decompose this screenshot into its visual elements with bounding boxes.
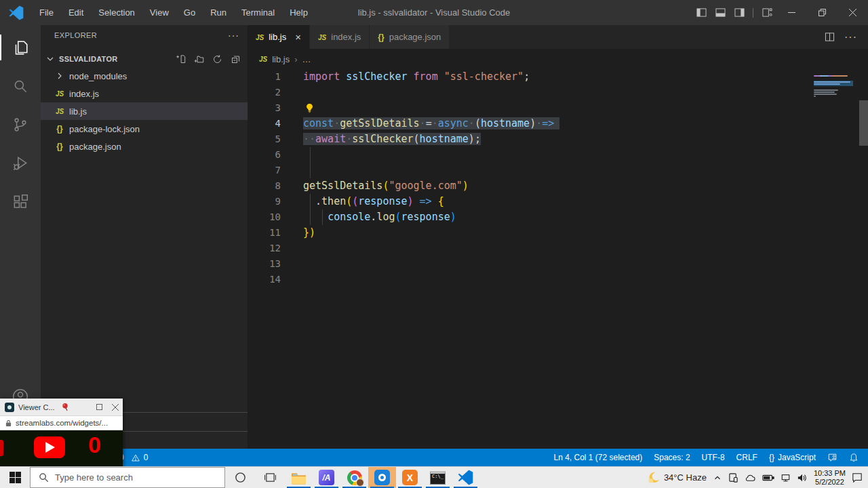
- taskbar-app-app-slash-a[interactable]: /A: [313, 467, 340, 488]
- eol-sequence[interactable]: CRLF: [736, 453, 757, 462]
- file-item-lib.js[interactable]: JSlib.js: [41, 102, 248, 120]
- new-folder-icon[interactable]: [194, 54, 204, 64]
- menu-item-view[interactable]: View: [142, 0, 176, 25]
- code-line-10[interactable]: console.log(response): [303, 209, 868, 225]
- customize-layout-icon[interactable]: [757, 0, 776, 25]
- code-line-1[interactable]: import sslChecker from "ssl-checker";: [303, 69, 868, 85]
- cursor-position[interactable]: Ln 4, Col 1 (72 selected): [553, 453, 642, 462]
- collapse-all-icon[interactable]: [231, 54, 241, 64]
- feedback-icon[interactable]: [827, 453, 837, 462]
- taskbar-app-chrome[interactable]: [340, 467, 368, 488]
- js-icon: JS: [53, 108, 66, 115]
- menu-item-go[interactable]: Go: [176, 0, 203, 25]
- menu-item-terminal[interactable]: Terminal: [234, 0, 282, 25]
- pin-icon[interactable]: [60, 402, 70, 412]
- taskbar-app-file-explorer[interactable]: [285, 467, 313, 488]
- activity-extensions[interactable]: [0, 185, 41, 219]
- lightbulb-icon[interactable]: [304, 103, 315, 113]
- code-line-13[interactable]: [303, 256, 868, 272]
- menu-item-run[interactable]: Run: [203, 0, 234, 25]
- code-line-5[interactable]: ··await·sslChecker(hostname);: [303, 131, 868, 147]
- folder-section-header[interactable]: SSLVALIDATOR: [41, 51, 248, 67]
- code-line-8[interactable]: getSslDetails("google.com"): [303, 178, 868, 194]
- task-view-button[interactable]: [255, 467, 285, 488]
- widget-address-bar[interactable]: streamlabs.com/widgets/...: [0, 415, 123, 430]
- tray-expand-icon[interactable]: [713, 473, 722, 483]
- onedrive-cloud-icon[interactable]: [745, 473, 756, 483]
- close-button[interactable]: [837, 0, 868, 25]
- tab-package.json[interactable]: {}package.json: [370, 25, 450, 49]
- code-line-7[interactable]: [303, 163, 868, 178]
- weather-widget[interactable]: 34°C Haze: [647, 471, 707, 484]
- tab-index.js[interactable]: JSindex.js: [310, 25, 370, 49]
- taskbar-search[interactable]: Type here to search: [30, 467, 225, 488]
- line-number: 9: [248, 194, 281, 209]
- volume-icon[interactable]: [797, 473, 808, 483]
- file-item-package.json[interactable]: {}package.json: [41, 138, 248, 155]
- toggle-secondary-sidebar-icon[interactable]: [730, 0, 749, 25]
- activity-source-control[interactable]: [0, 108, 41, 142]
- menu-item-file[interactable]: File: [32, 0, 61, 25]
- toggle-panel-icon[interactable]: [711, 0, 730, 25]
- file-item-package-lock.json[interactable]: {}package-lock.json: [41, 120, 248, 138]
- encoding[interactable]: UTF-8: [702, 453, 725, 462]
- activity-explorer[interactable]: [0, 30, 41, 64]
- clock[interactable]: 10:33 PM 5/2/2022: [814, 469, 846, 487]
- code-line-11[interactable]: }): [303, 225, 868, 241]
- more-actions-icon[interactable]: ···: [844, 31, 857, 43]
- code-line-2[interactable]: [303, 85, 868, 100]
- code-line-12[interactable]: [303, 241, 868, 256]
- code-line-3[interactable]: [303, 100, 868, 116]
- taskbar-app-xampp[interactable]: X: [396, 467, 424, 488]
- editor-scrollbar[interactable]: [859, 100, 868, 146]
- phone-link-icon[interactable]: [728, 472, 738, 483]
- menu-item-help[interactable]: Help: [282, 0, 315, 25]
- code-line-14[interactable]: [303, 272, 868, 287]
- widget-title-bar[interactable]: Viewer C...: [0, 399, 123, 415]
- breadcrumb[interactable]: JS lib.js › …: [248, 49, 868, 69]
- breadcrumb-more[interactable]: …: [302, 54, 311, 64]
- restore-button[interactable]: [807, 0, 837, 25]
- partial-logo: [0, 440, 3, 456]
- widget-favicon: [5, 403, 14, 412]
- taskbar-app-vscode[interactable]: [452, 467, 479, 488]
- file-item-node_modules[interactable]: node_modules: [41, 67, 248, 85]
- tab-lib.js[interactable]: JSlib.js×: [248, 25, 310, 49]
- widget-url[interactable]: streamlabs.com/widgets/...: [16, 419, 108, 427]
- taskbar-app-command-prompt[interactable]: C:\_: [424, 467, 452, 488]
- refresh-icon[interactable]: [212, 54, 222, 64]
- app-slash-a-icon: /A: [319, 470, 334, 485]
- indentation[interactable]: Spaces: 2: [654, 453, 690, 462]
- explorer-more-actions-icon[interactable]: ···: [228, 30, 239, 41]
- taskbar-app-streamlabs[interactable]: [368, 467, 396, 488]
- toggle-sidebar-icon[interactable]: [692, 0, 711, 25]
- menu-item-selection[interactable]: Selection: [91, 0, 142, 25]
- battery-icon[interactable]: [762, 474, 774, 482]
- network-icon[interactable]: [781, 473, 791, 483]
- language-mode[interactable]: {} JavaScript: [769, 453, 816, 462]
- new-file-icon[interactable]: [176, 54, 186, 64]
- start-button[interactable]: [0, 467, 30, 488]
- cortana-button[interactable]: [225, 467, 255, 488]
- widget-close-icon[interactable]: [112, 404, 119, 411]
- split-editor-icon[interactable]: [825, 32, 835, 42]
- file-item-index.js[interactable]: JSindex.js: [41, 85, 248, 102]
- notifications-bell-icon[interactable]: [849, 453, 859, 462]
- code-line-6[interactable]: [303, 147, 868, 163]
- chevron-down-icon: [45, 54, 56, 64]
- widget-maximize-icon[interactable]: [96, 404, 102, 410]
- activity-run-debug[interactable]: [0, 146, 41, 180]
- code-editor[interactable]: 1234567891011121314 import sslChecker fr…: [248, 69, 868, 449]
- search-icon: [12, 77, 29, 95]
- close-tab-icon[interactable]: ×: [295, 31, 301, 43]
- menu-item-edit[interactable]: Edit: [61, 0, 91, 25]
- minimize-button[interactable]: [776, 0, 807, 25]
- breadcrumb-file[interactable]: lib.js: [272, 54, 290, 64]
- code-line-9[interactable]: .then((response) => {: [303, 194, 868, 209]
- minimap-line: [814, 96, 816, 97]
- viewer-count-widget-window[interactable]: Viewer C... streamlabs.com/widgets/... 0: [0, 399, 123, 466]
- action-center-icon[interactable]: [852, 472, 863, 483]
- activity-search[interactable]: [0, 69, 41, 103]
- code-line-4[interactable]: const·getSslDetails·=·async·(hostname)·=…: [303, 116, 868, 131]
- json-icon: {}: [378, 32, 384, 42]
